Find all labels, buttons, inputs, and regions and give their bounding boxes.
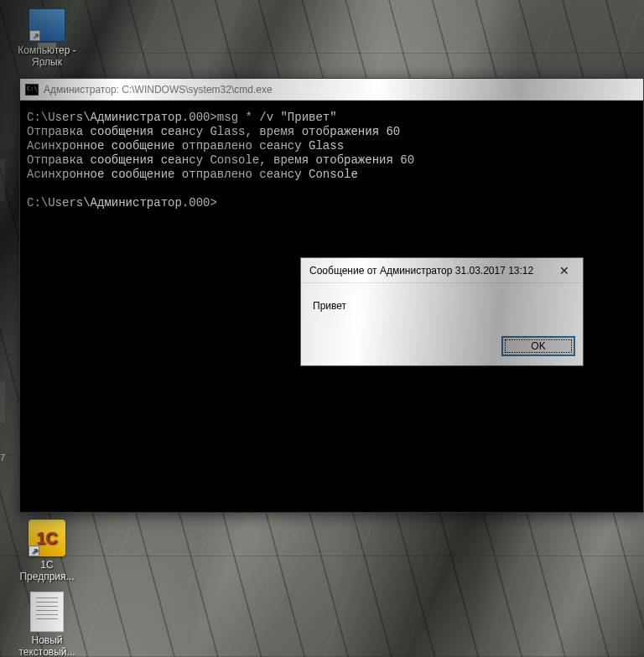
cmd-line: Асинхронное сообщение отправлено сеансу … [27, 139, 344, 153]
cmd-line: Отправка сообщения сеансу Glass, время о… [27, 125, 400, 138]
desktop-icon-label: 1С Предприя... [14, 559, 80, 582]
close-button[interactable]: ✕ [546, 258, 583, 283]
cmd-line: C:\Users\Администратор.000> [27, 196, 217, 210]
cmd-icon [25, 84, 39, 96]
desktop-icon-computer[interactable]: ↗ Компьютер - Ярлык [14, 8, 80, 68]
desktop-icon-1c[interactable]: 1C ↗ 1С Предприя... [14, 520, 80, 582]
desktop-icon-textfile[interactable]: Новый текстовый... [14, 592, 80, 657]
clipped-icon [0, 159, 5, 201]
message-dialog[interactable]: Сообщение от Администратор 31.03.2017 13… [300, 257, 584, 366]
message-dialog-titlebar[interactable]: Сообщение от Администратор 31.03.2017 13… [301, 258, 583, 283]
ok-button[interactable]: OK [502, 337, 574, 355]
clipped-icon: 7 [0, 453, 5, 468]
shortcut-arrow-icon: ↗ [29, 546, 39, 556]
clipped-icon [0, 381, 5, 423]
desktop-icon-label: Новый текстовый... [14, 634, 80, 657]
cmd-line: Отправка сообщения сеансу Console, время… [27, 153, 414, 167]
computer-icon: ↗ [29, 8, 65, 42]
message-dialog-body: Привет [301, 283, 583, 332]
textfile-icon [30, 592, 64, 632]
desktop-icon-label: Компьютер - Ярлык [14, 44, 80, 68]
shortcut-arrow-icon: ↗ [29, 30, 40, 41]
cmd-line: C:\Users\Администратор.000>msg * /v "При… [27, 111, 337, 124]
close-icon: ✕ [559, 264, 569, 277]
cmd-line: Асинхронное сообщение отправлено сеансу … [27, 168, 358, 181]
message-dialog-footer: OK [301, 332, 583, 365]
onec-icon: 1C ↗ [29, 520, 65, 556]
cmd-titlebar[interactable]: Администратор: C:\WINDOWS\system32\cmd.e… [20, 79, 643, 101]
message-dialog-title: Сообщение от Администратор 31.03.2017 13… [309, 265, 546, 277]
cmd-title: Администратор: C:\WINDOWS\system32\cmd.e… [44, 84, 273, 96]
